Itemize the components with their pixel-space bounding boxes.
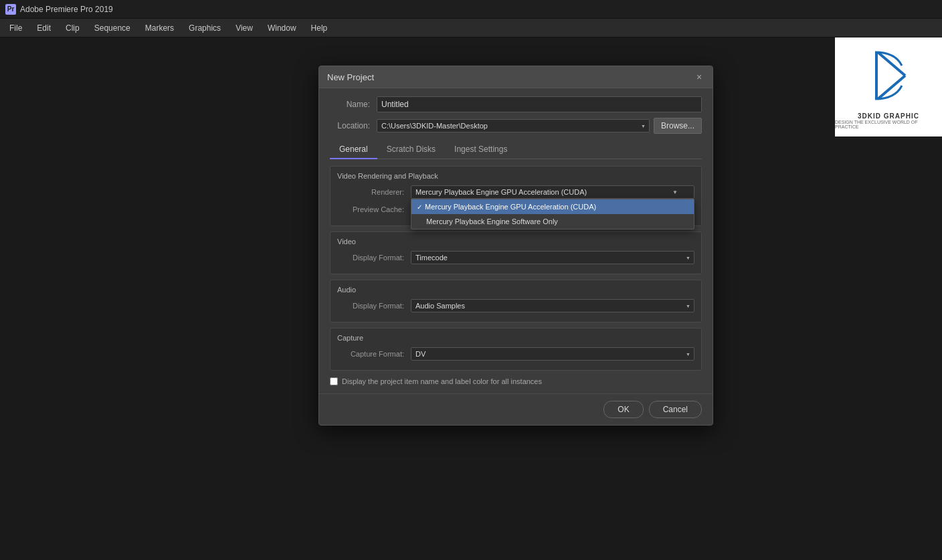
location-select-wrapper: C:\Users\3DKID-Master\Desktop bbox=[377, 119, 650, 132]
menu-bar: File Edit Clip Sequence Markers Graphics… bbox=[0, 19, 942, 37]
main-area: 3DKID GRAPHIC DESIGN THE EXCLUSIVE WORLD… bbox=[0, 37, 942, 560]
renderer-caret: ▼ bbox=[672, 189, 678, 195]
menu-graphics[interactable]: Graphics bbox=[182, 21, 227, 35]
tab-scratch-disks[interactable]: Scratch Disks bbox=[377, 141, 445, 159]
new-project-dialog: New Project × Name: Location: C:\Users\3… bbox=[318, 66, 713, 426]
capture-title: Capture bbox=[337, 334, 694, 342]
menu-markers[interactable]: Markers bbox=[138, 21, 181, 35]
project-item-checkbox[interactable] bbox=[330, 377, 338, 385]
cancel-button[interactable]: Cancel bbox=[649, 401, 702, 418]
renderer-option-cuda[interactable]: Mercury Playback Engine GPU Acceleration… bbox=[411, 199, 694, 214]
location-row: Location: C:\Users\3DKID-Master\Desktop … bbox=[330, 118, 702, 134]
video-display-format-label: Display Format: bbox=[337, 254, 411, 262]
video-rendering-section: Video Rendering and Playback Renderer: M… bbox=[330, 166, 702, 226]
video-rendering-title: Video Rendering and Playback bbox=[337, 172, 694, 180]
menu-window[interactable]: Window bbox=[261, 21, 303, 35]
title-bar: Pr Adobe Premiere Pro 2019 bbox=[0, 0, 942, 19]
renderer-dropdown-menu: Mercury Playback Engine GPU Acceleration… bbox=[411, 199, 694, 229]
renderer-dropdown-wrapper: Mercury Playback Engine GPU Acceleration… bbox=[411, 185, 694, 199]
audio-title: Audio bbox=[337, 286, 694, 294]
renderer-option-software[interactable]: Mercury Playback Engine Software Only bbox=[411, 214, 694, 229]
location-select[interactable]: C:\Users\3DKID-Master\Desktop bbox=[377, 119, 650, 132]
dialog-titlebar: New Project × bbox=[319, 66, 713, 88]
audio-section: Audio Display Format: Audio Samples Mill… bbox=[330, 280, 702, 322]
renderer-display[interactable]: Mercury Playback Engine GPU Acceleration… bbox=[411, 185, 694, 199]
audio-display-format-row: Display Format: Audio Samples Millisecon… bbox=[337, 299, 694, 312]
name-input[interactable] bbox=[377, 96, 702, 112]
menu-help[interactable]: Help bbox=[304, 21, 335, 35]
video-display-format-row: Display Format: Timecode Frames Feet + F… bbox=[337, 251, 694, 264]
dialog-close-button[interactable]: × bbox=[694, 72, 704, 82]
capture-format-wrapper: DV HDV bbox=[411, 347, 694, 361]
video-display-format-select[interactable]: Timecode Frames Feet + Frames Samples bbox=[411, 251, 694, 264]
checkbox-label: Display the project item name and label … bbox=[342, 377, 542, 385]
dialog-body: Name: Location: C:\Users\3DKID-Master\De… bbox=[319, 88, 713, 393]
name-row: Name: bbox=[330, 96, 702, 112]
audio-display-format-label: Display Format: bbox=[337, 302, 411, 310]
ok-button[interactable]: OK bbox=[603, 401, 643, 418]
audio-display-format-select[interactable]: Audio Samples Milliseconds bbox=[411, 299, 694, 312]
name-label: Name: bbox=[330, 100, 377, 109]
checkbox-row: Display the project item name and label … bbox=[330, 377, 702, 385]
renderer-label: Renderer: bbox=[337, 188, 411, 196]
preview-cache-label: Preview Cache: bbox=[337, 205, 411, 213]
capture-format-label: Capture Format: bbox=[337, 350, 411, 358]
dialog-overlay: New Project × Name: Location: C:\Users\3… bbox=[0, 37, 942, 560]
dialog-title: New Project bbox=[327, 72, 374, 82]
app-title: Adobe Premiere Pro 2019 bbox=[20, 5, 113, 14]
dialog-footer: OK Cancel bbox=[319, 393, 713, 425]
menu-edit[interactable]: Edit bbox=[30, 21, 58, 35]
video-display-format-wrapper: Timecode Frames Feet + Frames Samples bbox=[411, 251, 694, 264]
location-label: Location: bbox=[330, 121, 377, 130]
capture-format-row: Capture Format: DV HDV bbox=[337, 347, 694, 361]
renderer-row: Renderer: Mercury Playback Engine GPU Ac… bbox=[337, 185, 694, 199]
menu-view[interactable]: View bbox=[229, 21, 260, 35]
app-icon: Pr bbox=[5, 4, 16, 15]
menu-sequence[interactable]: Sequence bbox=[88, 21, 137, 35]
menu-clip[interactable]: Clip bbox=[59, 21, 86, 35]
capture-section: Capture Capture Format: DV HDV bbox=[330, 328, 702, 371]
capture-format-select[interactable]: DV HDV bbox=[411, 347, 694, 361]
menu-file[interactable]: File bbox=[3, 21, 29, 35]
tab-general[interactable]: General bbox=[330, 141, 377, 159]
video-section: Video Display Format: Timecode Frames Fe… bbox=[330, 231, 702, 274]
tabs-row: General Scratch Disks Ingest Settings bbox=[330, 141, 702, 159]
tab-ingest-settings[interactable]: Ingest Settings bbox=[445, 141, 516, 159]
video-title: Video bbox=[337, 238, 694, 246]
renderer-value: Mercury Playback Engine GPU Acceleration… bbox=[415, 188, 587, 196]
browse-button[interactable]: Browse... bbox=[654, 118, 702, 134]
audio-display-format-wrapper: Audio Samples Milliseconds bbox=[411, 299, 694, 312]
